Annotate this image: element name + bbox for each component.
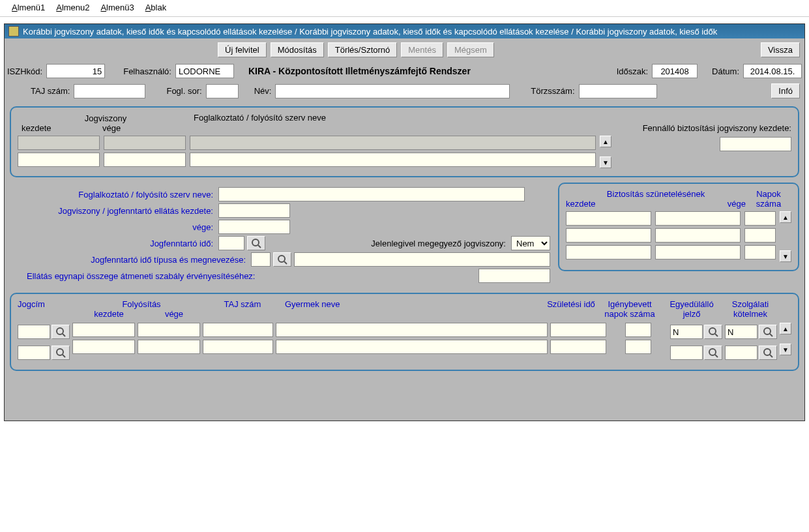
napok-2[interactable]: [744, 228, 776, 243]
bizt-kezdete-3[interactable]: [566, 245, 651, 259]
szuletesi-2[interactable]: [550, 340, 606, 354]
folyosito-name-2[interactable]: [190, 153, 596, 167]
lookup-icon[interactable]: [759, 346, 777, 360]
svg-point-4: [57, 328, 63, 334]
menubar: AAlmenü1lmenü1 Almenu2 Almenü3 Ablak: [0, 0, 809, 17]
jogviszony-scroll[interactable]: ▲ ▼: [600, 136, 611, 168]
jogviszony-vege-1[interactable]: [104, 136, 186, 150]
jogviszony-vege-2[interactable]: [104, 153, 186, 167]
cancel-button[interactable]: Mégsem: [447, 42, 494, 57]
svg-point-14: [764, 349, 771, 355]
scroll-up-icon[interactable]: ▲: [600, 136, 611, 147]
header-row-1: ISZHkód: Felhasználó: KIRA - Központosít…: [5, 61, 804, 81]
gyermek-2[interactable]: [276, 340, 548, 354]
szolg-1[interactable]: [725, 325, 758, 339]
jelenlegi-select[interactable]: Nem: [511, 236, 550, 250]
scroll-down-icon[interactable]: ▼: [780, 250, 791, 262]
jv-vege-field[interactable]: [218, 220, 290, 234]
lookup-icon[interactable]: [51, 346, 70, 360]
delete-button[interactable]: Törlés/Sztornó: [328, 42, 398, 57]
scroll-up-icon[interactable]: ▲: [780, 323, 791, 334]
back-button[interactable]: Vissza: [761, 42, 800, 57]
scroll-down-icon[interactable]: ▼: [780, 344, 791, 355]
folyosito-name-1[interactable]: [190, 136, 596, 150]
foly-kezdete-2[interactable]: [72, 340, 135, 354]
iszh-field[interactable]: [46, 64, 105, 78]
jogviszony-header: Jogviszony: [18, 113, 194, 123]
user-label: Felhasználó:: [123, 66, 171, 76]
date-label: Dátum:: [712, 66, 739, 76]
jogviszony-panel: Jogviszony kezdete vége Foglalkoztató / …: [10, 106, 799, 177]
kezdete-header: kezdete: [18, 123, 102, 133]
bg-scroll[interactable]: ▲ ▼: [780, 323, 791, 355]
bg-taj-1[interactable]: [203, 323, 273, 337]
lookup-icon[interactable]: [51, 325, 70, 339]
fennallo-field[interactable]: [720, 137, 791, 151]
igenybevett-1[interactable]: [625, 323, 651, 337]
bizt-vege-3[interactable]: [655, 245, 741, 259]
menu-item[interactable]: AAlmenü1lmenü1: [12, 3, 45, 12]
jogviszony-kezdete-1[interactable]: [18, 136, 100, 150]
egyed-1[interactable]: [670, 325, 703, 339]
user-field[interactable]: [175, 64, 234, 78]
foly-kezdete-1[interactable]: [72, 323, 135, 337]
jogfenntarto-tipus-text[interactable]: [294, 252, 550, 267]
taj-label: TAJ szám:: [31, 86, 70, 96]
bg-taj-2[interactable]: [203, 340, 273, 354]
header-row-2: TAJ szám: Fogl. sor: Név: Törzsszám: Inf…: [5, 81, 804, 101]
nev-field[interactable]: [275, 84, 510, 98]
menu-item[interactable]: Ablak: [145, 3, 167, 12]
window-titlebar: Korábbi jogviszony adatok, kieső idők és…: [5, 24, 804, 38]
foglsor-field[interactable]: [206, 84, 239, 98]
jogfenntarto-tipus-label: Jogfenntartó idő típusa és megnevezése:: [14, 255, 248, 265]
bizt-vege-2[interactable]: [655, 228, 741, 243]
foly-vege-2[interactable]: [138, 340, 200, 354]
ellatas-field[interactable]: [478, 269, 550, 283]
svg-line-1: [258, 245, 261, 248]
folyosito-header: Foglalkoztató / folyósító szerv neve: [194, 113, 583, 123]
foly-vege-1[interactable]: [138, 323, 200, 337]
lookup-icon[interactable]: [704, 325, 722, 339]
period-field[interactable]: [652, 64, 698, 78]
save-button[interactable]: Mentés: [401, 42, 443, 57]
scroll-down-icon[interactable]: ▼: [600, 156, 611, 168]
bizt-vege-1[interactable]: [655, 211, 741, 226]
jogcim-code-2[interactable]: [18, 346, 50, 360]
jogviszony-kezdete-2[interactable]: [18, 153, 100, 167]
svg-point-6: [57, 349, 63, 355]
bizt-kezdete-1[interactable]: [566, 211, 651, 226]
lookup-icon[interactable]: [247, 236, 265, 250]
napok-3[interactable]: [744, 245, 776, 259]
period-label: Időszak:: [617, 66, 648, 76]
jv-kezdete-field[interactable]: [218, 203, 290, 218]
app-icon: [8, 26, 19, 37]
bg-taj-hdr: TAJ szám: [207, 299, 278, 319]
torzsszam-field[interactable]: [579, 84, 657, 98]
lookup-icon[interactable]: [273, 252, 291, 267]
lookup-icon[interactable]: [759, 325, 777, 339]
date-field[interactable]: [743, 64, 802, 78]
menu-item[interactable]: Almenu2: [56, 3, 89, 12]
new-button[interactable]: Új felvitel: [218, 42, 267, 57]
bizt-vege-hdr: vége: [656, 199, 746, 209]
jogfenntarto-tipus-code[interactable]: [251, 252, 271, 267]
lookup-icon[interactable]: [704, 346, 722, 360]
folyosito-field[interactable]: [218, 187, 525, 201]
gyermek-1[interactable]: [276, 323, 548, 337]
jogcim-code-1[interactable]: [18, 325, 50, 339]
szolg-2[interactable]: [725, 346, 758, 360]
menu-item[interactable]: Almenü3: [100, 3, 134, 12]
bizt-kezdete-2[interactable]: [566, 228, 651, 243]
jogfenntarto-ido-field[interactable]: [218, 236, 244, 250]
napok-1[interactable]: [744, 211, 776, 226]
svg-point-0: [252, 239, 259, 246]
szuletesi-1[interactable]: [550, 323, 606, 337]
system-title: KIRA - Központosított Illetményszámfejtő…: [248, 66, 471, 76]
modify-button[interactable]: Módosítás: [271, 42, 324, 57]
taj-field[interactable]: [74, 84, 145, 98]
bizt-scroll[interactable]: ▲ ▼: [780, 211, 791, 262]
info-button[interactable]: Infó: [771, 83, 800, 98]
egyed-2[interactable]: [670, 346, 703, 360]
igenybevett-2[interactable]: [625, 340, 651, 354]
scroll-up-icon[interactable]: ▲: [780, 211, 791, 223]
